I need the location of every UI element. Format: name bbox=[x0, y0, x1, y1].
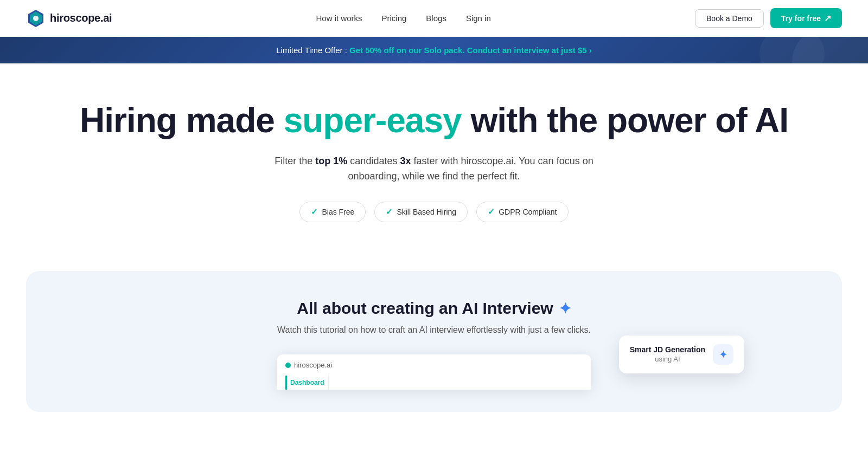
subtitle-part1: Filter the bbox=[275, 156, 315, 166]
badge-skill-based: ✓ Skill Based Hiring bbox=[374, 202, 468, 222]
try-free-arrow: ↗ bbox=[824, 13, 831, 23]
browser-sidebar: Dashboard bbox=[285, 376, 329, 390]
floating-card-subtitle: using AI bbox=[655, 355, 680, 363]
nav-blogs[interactable]: Blogs bbox=[426, 14, 446, 23]
hero-title-part1: Hiring made bbox=[80, 101, 284, 140]
floating-card-title: Smart JD Generation bbox=[630, 345, 705, 354]
ai-section-title-text: All about creating an AI Interview bbox=[297, 299, 553, 318]
badge-label-3: GDPR Compliant bbox=[499, 208, 557, 216]
nav-pricing[interactable]: Pricing bbox=[382, 14, 407, 23]
nav-links: How it works Pricing Blogs Sign in bbox=[316, 14, 490, 23]
sparkle-icon: ✦ bbox=[559, 300, 571, 318]
logo-text: hiroscope.ai bbox=[50, 12, 112, 24]
hero-title: Hiring made super-easy with the power of… bbox=[11, 101, 857, 140]
browser-logo-dot bbox=[285, 363, 291, 368]
hero-title-highlight: super-easy bbox=[284, 101, 462, 140]
check-icon-1: ✓ bbox=[311, 207, 318, 217]
browser-logo: hiroscope.ai bbox=[285, 361, 332, 369]
check-icon-3: ✓ bbox=[488, 207, 495, 217]
ai-section-title: All about creating an AI Interview ✦ bbox=[48, 299, 820, 318]
floating-card-icon: ✦ bbox=[713, 344, 733, 365]
nav-sign-in[interactable]: Sign in bbox=[466, 14, 491, 23]
ai-interview-section: All about creating an AI Interview ✦ Wat… bbox=[26, 271, 842, 412]
subtitle-bold2: 3x bbox=[400, 156, 411, 166]
navbar: hiroscope.ai How it works Pricing Blogs … bbox=[0, 0, 868, 37]
sidebar-dashboard: Dashboard bbox=[285, 376, 324, 390]
badge-label-2: Skill Based Hiring bbox=[397, 208, 456, 216]
book-demo-button[interactable]: Book a Demo bbox=[695, 9, 764, 28]
nav-how-it-works[interactable]: How it works bbox=[316, 14, 362, 23]
browser-main bbox=[329, 376, 583, 390]
browser-content: Dashboard bbox=[285, 376, 583, 390]
svg-point-2 bbox=[33, 16, 39, 21]
subtitle-bold1: top 1% bbox=[315, 156, 347, 166]
hero-subtitle: Filter the top 1% candidates 3x faster w… bbox=[271, 153, 597, 185]
ai-content-area: hiroscope.ai Dashboard Smart JD Generati… bbox=[48, 354, 820, 390]
promo-highlight[interactable]: Get 50% off on our Solo pack. Conduct an… bbox=[349, 46, 587, 55]
check-icon-2: ✓ bbox=[386, 207, 393, 217]
floating-card-text: Smart JD Generation using AI bbox=[630, 345, 705, 364]
promo-banner: Limited Time Offer : Get 50% off on our … bbox=[0, 37, 868, 63]
badge-gdpr: ✓ GDPR Compliant bbox=[476, 202, 568, 222]
logo-icon bbox=[26, 9, 46, 28]
hero-section: Hiring made super-easy with the power of… bbox=[0, 63, 868, 260]
browser-bar: hiroscope.ai bbox=[285, 361, 583, 369]
floating-sparkle-icon: ✦ bbox=[719, 348, 728, 361]
try-free-button[interactable]: Try for free ↗ bbox=[770, 8, 842, 28]
logo[interactable]: hiroscope.ai bbox=[26, 9, 112, 28]
browser-mockup: hiroscope.ai Dashboard bbox=[277, 354, 591, 390]
badge-label-1: Bias Free bbox=[322, 208, 354, 216]
promo-prefix: Limited Time Offer : bbox=[276, 46, 347, 55]
nav-actions: Book a Demo Try for free ↗ bbox=[695, 8, 842, 28]
subtitle-part2: candidates bbox=[347, 156, 400, 166]
browser-domain: hiroscope.ai bbox=[294, 361, 332, 369]
badge-bias-free: ✓ Bias Free bbox=[299, 202, 366, 222]
try-free-label: Try for free bbox=[781, 14, 821, 23]
smart-jd-card: Smart JD Generation using AI ✦ bbox=[619, 335, 744, 373]
ai-section-subtitle: Watch this tutorial on how to craft an A… bbox=[48, 325, 820, 335]
promo-arrow: › bbox=[589, 46, 592, 55]
hero-title-part2: with the power of AI bbox=[462, 101, 788, 140]
feature-badges: ✓ Bias Free ✓ Skill Based Hiring ✓ GDPR … bbox=[11, 202, 857, 222]
